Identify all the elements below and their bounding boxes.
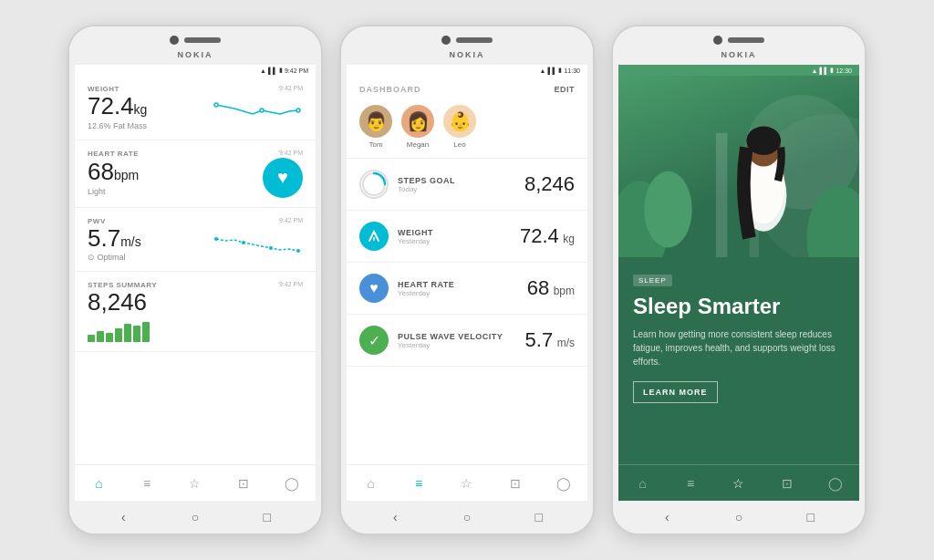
pulse-info-label: PULSE WAVE VELOCITY [398, 332, 516, 341]
avatar-tom-name: Tom [368, 140, 382, 149]
signal-icon-2: ▌▌ [548, 67, 557, 74]
weight-info-label: WEIGHT [398, 228, 511, 237]
heart-big-value: 68 bpm [527, 276, 575, 300]
sleep-content: SLEEP Sleep Smarter Learn how getting mo… [618, 257, 859, 464]
sleep-screen: SLEEP Sleep Smarter Learn how getting mo… [618, 76, 859, 464]
speaker-bar-3 [728, 37, 764, 43]
svg-point-4 [242, 241, 245, 244]
phone-1-screen: ▲ ▌▌ ▮ 9:42 PM WEIGHT 9:42 PM [75, 65, 316, 501]
steps-value: 8,246 [88, 289, 303, 316]
status-icons-3: ▲ ▌▌ ▮ 12:30 [812, 67, 852, 74]
heart-info-sub: Yesterday [398, 289, 518, 297]
heart-icon: ♥ [263, 158, 303, 198]
speaker-bar-2 [456, 37, 493, 43]
avatar-leo-circle: 👶 [443, 105, 476, 138]
recent-button-2[interactable]: □ [531, 509, 547, 525]
wifi-icon-2: ▲ [540, 67, 546, 74]
time-display: 9:42 PM [285, 67, 308, 74]
avatar-megan[interactable]: 👩 Megan [401, 105, 434, 149]
avatar-leo[interactable]: 👶 Leo [443, 105, 476, 149]
status-icons-2: ▲ ▌▌ ▮ 11:30 [540, 67, 580, 74]
dashboard-heart: ♥ HEART RATE Yesterday 68 bpm [347, 263, 587, 315]
svg-point-3 [214, 237, 218, 241]
nav-star-icon-3[interactable]: ☆ [730, 474, 748, 493]
dashboard-steps: STEPS GOAL Today 8,246 [347, 159, 587, 211]
nav-star-icon[interactable]: ☆ [186, 474, 204, 493]
nav-device-icon-3[interactable]: ⊡ [778, 474, 796, 493]
phone-1-top-bar: NOKIA [69, 26, 321, 65]
phone-1-bottom-nav: ⌂ ≡ ☆ ⊡ ◯ [75, 464, 316, 501]
phones-container: NOKIA ▲ ▌▌ ▮ 9:42 PM WEIGHT 9:42 PM [49, 6, 885, 554]
weight-big-value: 72.4 kg [520, 224, 575, 248]
steps-info-label: STEPS GOAL [398, 176, 515, 185]
wifi-icon: ▲ [260, 67, 266, 74]
pulse-big-value: 5.7 m/s [525, 328, 575, 352]
back-button-3[interactable]: ‹ [659, 509, 675, 525]
home-button-3[interactable]: ○ [731, 509, 747, 525]
weight-section: WEIGHT 9:42 PM 72.4kg 12.6% Fat Mass [75, 76, 316, 140]
svg-point-2 [296, 109, 300, 112]
nav-device-icon[interactable]: ⊡ [234, 474, 253, 493]
back-button[interactable]: ‹ [115, 509, 131, 525]
nav-home-icon[interactable]: ⌂ [89, 474, 108, 493]
phone-1-brand: NOKIA [178, 50, 213, 59]
battery-icon-2: ▮ [558, 67, 562, 74]
avatar-tom[interactable]: 👨 Tom [359, 105, 392, 149]
speaker-bar [184, 37, 221, 43]
svg-point-6 [296, 249, 300, 253]
edit-button[interactable]: EDIT [554, 85, 575, 94]
recent-button-3[interactable]: □ [803, 509, 819, 525]
wifi-icon-3: ▲ [812, 67, 818, 74]
nav-device-icon-2[interactable]: ⊡ [506, 474, 524, 493]
time-display-2: 11:30 [564, 67, 580, 74]
weight-info-sub: Yesterday [398, 237, 511, 245]
nav-list-icon-2[interactable]: ≡ [410, 474, 428, 493]
phone-2-bottom-nav: ⌂ ≡ ☆ ⊡ ◯ [347, 464, 587, 501]
heart-rate-section: HEART RATE 9:42 PM 68bpm Light ♥ [75, 140, 316, 208]
health-screen[interactable]: WEIGHT 9:42 PM 72.4kg 12.6% Fat Mass [75, 76, 316, 464]
camera-row-3 [713, 36, 764, 45]
phone-3-status-bar: ▲ ▌▌ ▮ 12:30 [618, 65, 859, 76]
nav-list-icon[interactable]: ≡ [138, 474, 156, 493]
heart-dash-icon: ♥ [359, 274, 389, 303]
nav-home-icon-3[interactable]: ⌂ [633, 474, 651, 493]
weight-dash-icon [359, 222, 389, 251]
pulse-info: PULSE WAVE VELOCITY Yesterday [398, 332, 516, 349]
heart-info-label: HEART RATE [398, 280, 518, 289]
phone-2: NOKIA ▲ ▌▌ ▮ 11:30 DASHBOARD EDIT 👨 [339, 25, 595, 535]
nav-star-icon-2[interactable]: ☆ [458, 474, 476, 493]
nav-person-icon[interactable]: ◯ [283, 474, 301, 493]
weight-value: 72.4kg [88, 93, 147, 119]
nav-list-icon-3[interactable]: ≡ [681, 474, 700, 493]
heart-rate-value: 68bpm [88, 159, 139, 185]
pwv-sparkline [212, 230, 303, 257]
status-icons: ▲ ▌▌ ▮ 9:42 PM [260, 67, 308, 74]
weight-time: 9:42 PM [279, 85, 303, 91]
recent-button[interactable]: □ [259, 509, 275, 525]
nav-home-icon-2[interactable]: ⌂ [361, 474, 379, 493]
steps-info: STEPS GOAL Today [398, 176, 515, 193]
sleep-illustration [618, 76, 859, 257]
home-button-2[interactable]: ○ [459, 509, 475, 525]
steps-section: STEPS SUMMARY 9:42 PM 8,246 [75, 272, 316, 352]
back-button-2[interactable]: ‹ [387, 509, 403, 525]
dashboard-screen[interactable]: DASHBOARD EDIT 👨 Tom 👩 Megan 👶 Leo [347, 76, 587, 464]
phone-1: NOKIA ▲ ▌▌ ▮ 9:42 PM WEIGHT 9:42 PM [67, 25, 323, 535]
dashboard-weight: WEIGHT Yesterday 72.4 kg [347, 211, 587, 263]
nav-person-icon-3[interactable]: ◯ [826, 474, 845, 493]
dashboard-pulse: ✓ PULSE WAVE VELOCITY Yesterday 5.7 m/s [347, 315, 587, 367]
phone-3-bottom-bar: ‹ ○ □ [613, 501, 865, 534]
learn-more-button[interactable]: LEARN MORE [633, 381, 718, 403]
nav-person-icon-2[interactable]: ◯ [555, 474, 573, 493]
weight-sparkline [212, 98, 303, 125]
dashboard-header: DASHBOARD EDIT [347, 76, 587, 99]
avatar-megan-name: Megan [407, 140, 429, 149]
steps-icon [359, 170, 389, 199]
svg-point-5 [269, 246, 273, 250]
home-button[interactable]: ○ [187, 509, 203, 525]
steps-time: 9:42 PM [279, 281, 303, 287]
pwv-section: PWV 9:42 PM 5.7m/s ⊙ Optimal [75, 208, 316, 273]
signal-icon-3: ▌▌ [820, 67, 829, 74]
weight-sub: 12.6% Fat Mass [88, 121, 147, 130]
pulse-info-sub: Yesterday [398, 341, 516, 349]
